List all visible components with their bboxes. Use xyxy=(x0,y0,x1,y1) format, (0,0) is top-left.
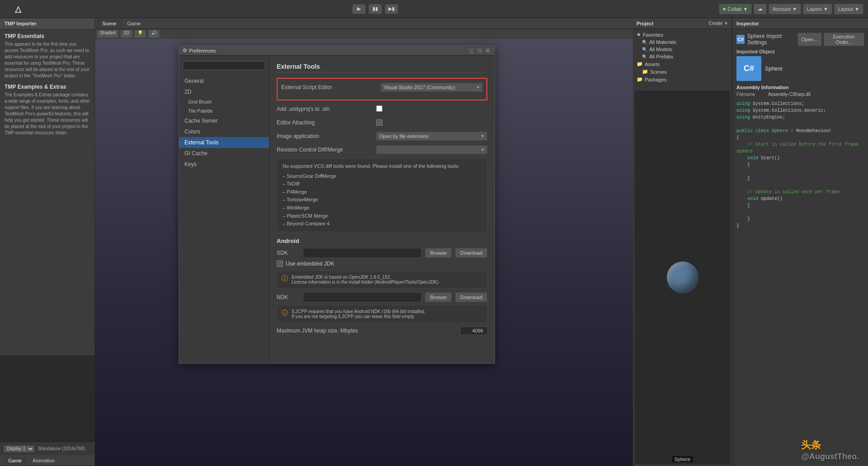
code-line-7: // Start is called before the first fram… xyxy=(736,141,864,155)
filename-label: Filename xyxy=(736,92,768,97)
project-panel: Project Create ▼ ★ Favorites 🔍 All Mater… xyxy=(633,18,732,466)
folder-icon-assets: 📁 xyxy=(637,61,643,67)
maximize-button[interactable]: □ xyxy=(476,48,483,54)
vcs-message-text: No supported VCS diff tools were found. … xyxy=(283,162,481,171)
image-app-dropdown[interactable]: Open by file extension xyxy=(376,132,487,141)
vcs-tool-6: – PlasticSCM Merge xyxy=(283,212,481,220)
tab-scene[interactable]: Scene xyxy=(97,20,122,27)
menu-item-gi-cache[interactable]: GI Cache xyxy=(179,148,269,159)
scenes-label: Scenes xyxy=(650,69,667,75)
project-create-btn[interactable]: Create ▼ xyxy=(708,21,728,26)
watermark-line2: @AugustTheo. xyxy=(801,452,859,461)
tree-all-models[interactable]: 🔍 All Models xyxy=(635,46,730,53)
menu-item-2d[interactable]: 2D xyxy=(179,86,269,97)
preferences-content: External Tools External Script Editor Vi… xyxy=(269,56,495,363)
code-line-11: } xyxy=(736,175,864,182)
code-line-9: { xyxy=(736,162,864,168)
sdk-input[interactable] xyxy=(303,248,421,258)
step-button[interactable]: ▶▮ xyxy=(385,4,398,14)
execution-order-button[interactable]: Execution Order... xyxy=(824,33,864,46)
play-button[interactable]: ▶ xyxy=(352,4,366,14)
menu-item-cache-server[interactable]: Cache Server xyxy=(179,115,269,126)
editor-attaching-checkbox[interactable]: ✓ xyxy=(376,119,382,126)
ext-script-value-container: Visual Studio 2017 (Community) xyxy=(381,83,483,92)
tree-all-materials[interactable]: 🔍 All Materials xyxy=(635,38,730,46)
main-layout: TMP Importer TMP Essentials This appears… xyxy=(0,18,868,466)
cloud-button[interactable]: ☁ xyxy=(754,4,767,14)
menu-item-colors[interactable]: Colors xyxy=(179,126,269,137)
cs-icon-sphere: C# xyxy=(736,35,745,44)
tab-game[interactable]: Game xyxy=(4,457,26,464)
close-button[interactable]: ✕ xyxy=(485,48,491,54)
preferences-title-text: Preferences xyxy=(189,48,216,53)
lights-btn[interactable]: 💡 xyxy=(134,30,146,38)
sphere-cs-icon: C# xyxy=(736,56,761,81)
tmp-extras-title: TMP Examples & Extras xyxy=(5,84,90,90)
vcs-tool-4: – TortoiseMerge xyxy=(283,196,481,204)
code-line-2: using System.Collections.Generic; xyxy=(736,107,864,114)
display-select[interactable]: Display 1 xyxy=(4,445,34,452)
sphere-name-label: Sphere xyxy=(765,66,783,72)
ext-script-label: External Script Editor xyxy=(281,84,381,90)
pause-button[interactable]: ▮▮ xyxy=(368,4,382,14)
scene-toolbar: Shaded 2D 💡 🔊 xyxy=(95,29,633,39)
menu-item-external-tools[interactable]: External Tools xyxy=(179,137,269,148)
tmp-importer-title: TMP Importer xyxy=(5,21,37,26)
sdk-download-button[interactable]: Download xyxy=(455,248,487,258)
use-jdk-label: Use embedded JDK xyxy=(286,261,334,267)
ndk-download-button[interactable]: Download xyxy=(455,292,487,302)
tree-assets[interactable]: 📁 Assets xyxy=(635,60,730,68)
ndk-row: NDK Browse Download xyxy=(277,292,487,302)
add-unity-proj-checkbox[interactable] xyxy=(376,105,382,112)
ndk-browse-button[interactable]: Browse xyxy=(425,292,452,302)
collab-button[interactable]: ♥ Collab ▼ xyxy=(719,4,752,14)
assembly-info-header: Assembly Information xyxy=(736,85,864,90)
search-icon-2: 🔍 xyxy=(642,47,647,52)
2d-btn[interactable]: 2D xyxy=(120,30,132,38)
ext-script-row: External Script Editor Visual Studio 201… xyxy=(281,82,483,92)
filename-value: Assembly-CSharp.dll xyxy=(768,92,864,97)
tree-all-prefabs[interactable]: 🔍 All Prefabs xyxy=(635,53,730,60)
menu-item-grid-brush[interactable]: Grid Brush xyxy=(179,97,269,106)
layers-button[interactable]: Layers ▼ xyxy=(803,4,832,14)
tab-animation[interactable]: Animation xyxy=(28,457,59,464)
revision-control-dropdown[interactable] xyxy=(376,145,487,154)
project-tree: ★ Favorites 🔍 All Materials 🔍 All Models… xyxy=(633,29,732,85)
ndk-input[interactable] xyxy=(303,292,421,302)
preferences-sidebar: General 2D Grid Brush Tile Palette Cache… xyxy=(179,56,269,363)
all-models-label: All Models xyxy=(649,47,672,52)
sdk-browse-button[interactable]: Browse xyxy=(425,248,452,258)
audio-btn[interactable]: 🔊 xyxy=(148,30,160,38)
menu-item-general[interactable]: General xyxy=(179,76,269,86)
layout-label: Layout ▼ xyxy=(838,6,859,12)
ext-script-editor-row: External Script Editor Visual Studio 201… xyxy=(277,78,487,100)
filename-row: Filename Assembly-CSharp.dll xyxy=(736,92,864,97)
account-button[interactable]: Account ▼ xyxy=(769,4,801,14)
open-button[interactable]: Open... xyxy=(797,33,822,46)
menu-item-keys[interactable]: Keys xyxy=(179,159,269,170)
tree-favorites[interactable]: ★ Favorites xyxy=(635,31,730,38)
favorites-label: Favorites xyxy=(643,32,663,38)
minimize-button[interactable]: _ xyxy=(468,48,475,54)
preferences-titlebar: ⚙ Preferences _ □ ✕ xyxy=(179,46,495,56)
layout-button[interactable]: Layout ▼ xyxy=(834,4,863,14)
sphere-import-buttons: Open... Execution Order... xyxy=(797,33,864,46)
sphere-label-thumbnail: Sphere xyxy=(672,456,693,462)
image-app-label: Image application xyxy=(277,133,376,139)
tmp-essentials-title: TMP Essentials xyxy=(5,33,90,39)
tree-scenes[interactable]: 📁 Scenes xyxy=(635,68,730,76)
inspector-header: Inspector xyxy=(733,18,868,29)
code-line-18: } xyxy=(736,223,864,229)
preferences-search-input[interactable] xyxy=(183,61,265,70)
shaded-btn[interactable]: Shaded xyxy=(97,30,118,38)
menu-item-tile-palette[interactable]: Tile Palette xyxy=(179,106,269,115)
ext-script-dropdown[interactable]: Visual Studio 2017 (Community) xyxy=(381,83,483,92)
tab-game2[interactable]: Game xyxy=(122,20,146,27)
topbar-center: ▶ ▮▮ ▶▮ xyxy=(352,4,398,14)
use-jdk-checkbox[interactable]: ✓ xyxy=(277,261,283,267)
preferences-search-container xyxy=(179,59,269,72)
search-icon-3: 🔍 xyxy=(642,54,647,59)
vcs-tool-2: – TkDiff xyxy=(283,180,481,188)
tree-packages[interactable]: 📁 Packages xyxy=(635,76,730,83)
code-line-17: } xyxy=(736,216,864,223)
